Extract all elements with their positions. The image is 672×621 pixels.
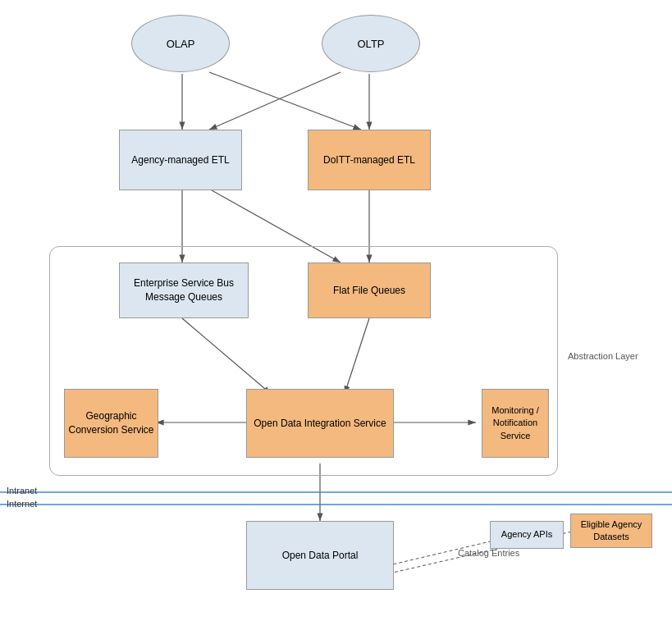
monitor-label: Monitoring / Notification Service [482, 404, 548, 442]
eligible-datasets-node: Eligible Agency Datasets [570, 514, 652, 548]
odis-node: Open Data Integration Service [246, 389, 394, 458]
doitt-etl-label: DoITT-managed ETL [323, 153, 415, 167]
eligible-datasets-label: Eligible Agency Datasets [571, 518, 651, 544]
olap-node: OLAP [131, 15, 230, 72]
agency-apis-label: Agency APIs [501, 528, 552, 541]
agency-apis-node: Agency APIs [490, 521, 564, 549]
flat-file-node: Flat File Queues [308, 263, 431, 318]
oltp-label: OLTP [358, 38, 385, 50]
odis-label: Open Data Integration Service [254, 417, 386, 431]
intranet-label: Intranet [7, 486, 37, 495]
agency-etl-node: Agency-managed ETL [119, 130, 242, 190]
geo-node: Geographic Conversion Service [64, 389, 158, 458]
diagram-container: OLAP OLTP Agency-managed ETL DoITT-manag… [0, 0, 672, 621]
monitor-node: Monitoring / Notification Service [482, 389, 549, 458]
olap-label: OLAP [167, 38, 195, 50]
svg-line-5 [209, 72, 341, 130]
catalog-entries-label: Catalog Entries [458, 548, 519, 558]
portal-node: Open Data Portal [246, 521, 394, 590]
flat-file-label: Flat File Queues [333, 284, 405, 298]
agency-etl-label: Agency-managed ETL [131, 153, 229, 167]
esb-label: Enterprise Service Bus Message Queues [120, 276, 248, 304]
esb-node: Enterprise Service Bus Message Queues [119, 263, 249, 318]
internet-label: Internet [7, 499, 37, 509]
portal-label: Open Data Portal [282, 549, 359, 563]
doitt-etl-node: DoITT-managed ETL [308, 130, 431, 190]
oltp-node: OLTP [322, 15, 420, 72]
abstraction-layer-label: Abstraction Layer [568, 351, 638, 361]
svg-line-3 [209, 72, 361, 130]
geo-label: Geographic Conversion Service [65, 409, 158, 437]
